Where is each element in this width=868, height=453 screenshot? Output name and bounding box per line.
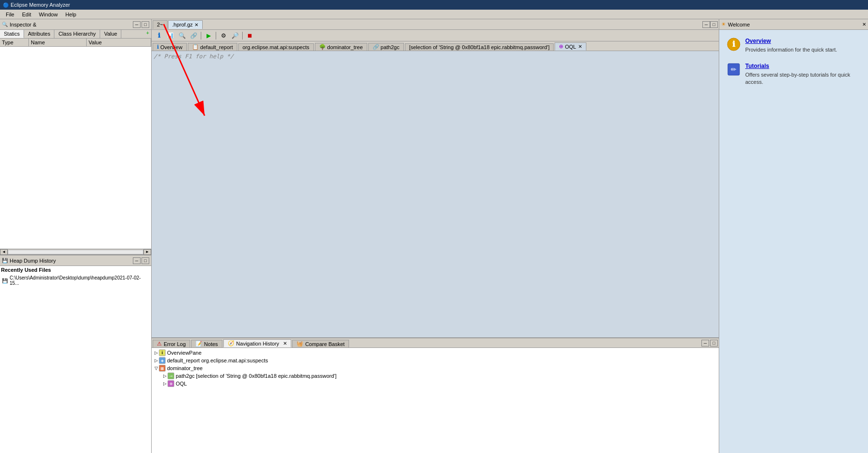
toolbar-settings-btn[interactable]: ⚙ — [218, 31, 229, 40]
toolbar-sep-3 — [242, 32, 243, 40]
welcome-header: ☀ Welcome ✕ — [719, 19, 868, 30]
toolbar-btn-4[interactable]: 🔗 — [188, 31, 199, 40]
toolbar-bar-chart-btn[interactable]: 📊 — [165, 31, 176, 40]
sub-tab-default-report[interactable]: 📋 default_report — [188, 43, 237, 51]
sub-tab-bar: ℹ Overview 📋 default_report org.eclipse.… — [152, 41, 719, 51]
inspector-minimize[interactable]: ─ — [133, 21, 141, 28]
heap-maximize[interactable]: □ — [142, 257, 149, 264]
inspector-header: 🔍 Inspector & ─ □ — [0, 19, 151, 30]
bottom-tab-errorlog[interactable]: ⚠ Error Log — [153, 340, 190, 347]
sub-tab-report-label: default_report — [200, 44, 233, 50]
inspector-maximize[interactable]: □ — [142, 21, 149, 28]
nav-item-overview[interactable]: ▷ i OverviewPane — [154, 349, 717, 357]
center-maximize[interactable]: □ — [710, 21, 718, 28]
sub-tab-dominator-label: dominator_tree — [327, 44, 363, 50]
center-area: 2~ .hprof.gz ✕ ─ □ ℹ 📊 — [152, 19, 719, 453]
file-tab-1[interactable]: .hprof.gz ✕ — [168, 20, 203, 29]
welcome-tutorials-text: Tutorials Offers several step-by-step tu… — [745, 63, 860, 85]
oql-editor[interactable]: /* Press F1 for help */ — [152, 51, 719, 337]
heap-file-item[interactable]: 💾 C:\Users\Administrator\Desktop\dump\he… — [1, 275, 150, 286]
sub-tab-overview-label: Overview — [160, 44, 182, 50]
nav-report-label: default_report org.eclipse.mat.api:suspe… — [167, 358, 268, 363]
welcome-tutorials-title[interactable]: Tutorials — [745, 63, 860, 69]
nav-item-default-report[interactable]: ▷ ◈ default_report org.eclipse.mat.api:s… — [154, 357, 717, 364]
tab-statics[interactable]: Statics — [0, 30, 24, 38]
scroll-right-btn[interactable]: ► — [143, 249, 151, 255]
sub-tab-overview[interactable]: ℹ Overview — [153, 43, 187, 51]
file-tab-1-close[interactable]: ✕ — [194, 22, 198, 27]
welcome-tutorials-item[interactable]: ✏ Tutorials Offers several step-by-step … — [727, 63, 860, 85]
col-value-header: Value — [87, 39, 151, 46]
scroll-track[interactable] — [8, 250, 143, 254]
nav-item-dominator[interactable]: ▽ ▦ dominator_tree — [154, 364, 717, 372]
toolbar-search-btn[interactable]: 🔎 — [230, 31, 240, 40]
heap-minimize[interactable]: ─ — [133, 257, 141, 264]
nav-dominator-label: dominator_tree — [167, 365, 203, 371]
bottom-tab-navhistory-label: Navigation History — [236, 341, 279, 346]
heap-dump-title: Heap Dump History — [10, 258, 133, 264]
inspector-icon: 🔍 — [2, 22, 8, 27]
col-name-header: Name — [29, 39, 87, 46]
tab-value[interactable]: Value — [100, 30, 121, 38]
inspector-table-header: Type Name Value — [0, 39, 151, 47]
inspector-controls: ─ □ — [133, 21, 149, 28]
toolbar-run-btn[interactable]: ▶ — [203, 31, 214, 40]
menu-file[interactable]: File — [2, 11, 18, 18]
bar-chart-icon: 📊 — [167, 32, 174, 39]
recently-used-label: Recently Used Files — [1, 267, 150, 273]
file-tab-0[interactable]: 2~ — [153, 20, 168, 29]
inspector-scrollbar[interactable]: ◄ ► — [0, 249, 151, 254]
right-panel: ☀ Welcome ✕ ℹ Overview Provides informat… — [719, 19, 868, 453]
bottom-tab-notes[interactable]: 📝 Notes — [191, 340, 222, 347]
expand-overview: ▷ — [155, 350, 158, 355]
welcome-content: ℹ Overview Provides information for the … — [719, 30, 868, 453]
heap-dump-panel: 💾 Heap Dump History ─ □ Recently Used Fi… — [0, 255, 151, 453]
welcome-close[interactable]: ✕ — [862, 22, 866, 27]
welcome-overview-item[interactable]: ℹ Overview Provides information for the … — [727, 38, 860, 53]
bottom-tab-comparebasket[interactable]: 🧺 Compare Basket — [292, 340, 349, 347]
navhistory-tab-close[interactable]: ✕ — [283, 341, 287, 346]
oql-placeholder: /* Press F1 for help */ — [154, 53, 233, 60]
svg-text:ℹ: ℹ — [732, 40, 736, 48]
main-layout: 🔍 Inspector & ─ □ Statics Attributes Cla… — [0, 19, 868, 453]
tool-icon-4: 🔗 — [190, 32, 197, 39]
welcome-title: Welcome — [728, 22, 860, 27]
report-icon: ◈ — [159, 357, 166, 364]
tab-class-hierarchy[interactable]: Class Hierarchy — [54, 30, 100, 38]
nav-item-oql[interactable]: ▷ ⊕ OQL — [154, 380, 717, 387]
dominator-icon: 🌳 — [319, 44, 326, 50]
bottom-minimize[interactable]: ─ — [701, 340, 709, 346]
bottom-tab-navhistory[interactable]: 🧭 Navigation History ✕ — [223, 339, 291, 347]
bottom-panel-controls: ─ □ — [700, 339, 719, 347]
nav-path2gc-label: path2gc [selection of 'String @ 0x80bf1a… — [176, 373, 337, 379]
bottom-tabs: ⚠ Error Log 📝 Notes 🧭 Navigation History… — [152, 338, 719, 348]
oql-tab-close[interactable]: ✕ — [578, 44, 582, 49]
menu-window[interactable]: Window — [35, 11, 62, 18]
bottom-maximize[interactable]: □ — [710, 340, 718, 346]
comparebasket-icon: 🧺 — [297, 341, 303, 347]
tab-attributes[interactable]: Attributes — [24, 30, 54, 38]
sub-tab-report-icon: 📋 — [192, 44, 199, 50]
sub-tab-selection[interactable]: [selection of 'String @ 0x80bf1a18 epic.… — [405, 43, 554, 51]
menu-help[interactable]: Help — [62, 11, 80, 18]
toolbar-stop-btn[interactable]: ⏹ — [245, 31, 255, 40]
add-button[interactable]: + — [144, 30, 151, 38]
sub-tab-dominator[interactable]: 🌳 dominator_tree — [315, 43, 367, 51]
welcome-overview-title[interactable]: Overview — [745, 38, 837, 44]
sub-tab-path2gc[interactable]: 🔗 path2gc — [368, 43, 404, 51]
toolbar-btn-3[interactable]: 🔍 — [177, 31, 187, 40]
heap-dump-controls: ─ □ — [133, 257, 149, 264]
toolbar-info-btn[interactable]: ℹ — [154, 31, 164, 40]
sub-tab-overview-icon: ℹ — [157, 44, 159, 50]
overview-icon: i — [159, 349, 166, 356]
inspector-table-content — [0, 47, 151, 249]
title-bar: 🔵 Eclipse Memory Analyzer — [0, 0, 868, 10]
sub-tab-oql[interactable]: ⊕ OQL ✕ — [555, 42, 586, 51]
inspector-panel: 🔍 Inspector & ─ □ Statics Attributes Cla… — [0, 19, 151, 255]
center-minimize[interactable]: ─ — [702, 21, 710, 28]
nav-item-path2gc[interactable]: ▷ ⊸ path2gc [selection of 'String @ 0x80… — [154, 372, 717, 380]
sub-tab-suspects[interactable]: org.eclipse.mat.api:suspects — [238, 43, 314, 51]
app-icon: 🔵 — [3, 2, 9, 8]
scroll-left-btn[interactable]: ◄ — [0, 249, 8, 255]
menu-edit[interactable]: Edit — [18, 11, 35, 18]
